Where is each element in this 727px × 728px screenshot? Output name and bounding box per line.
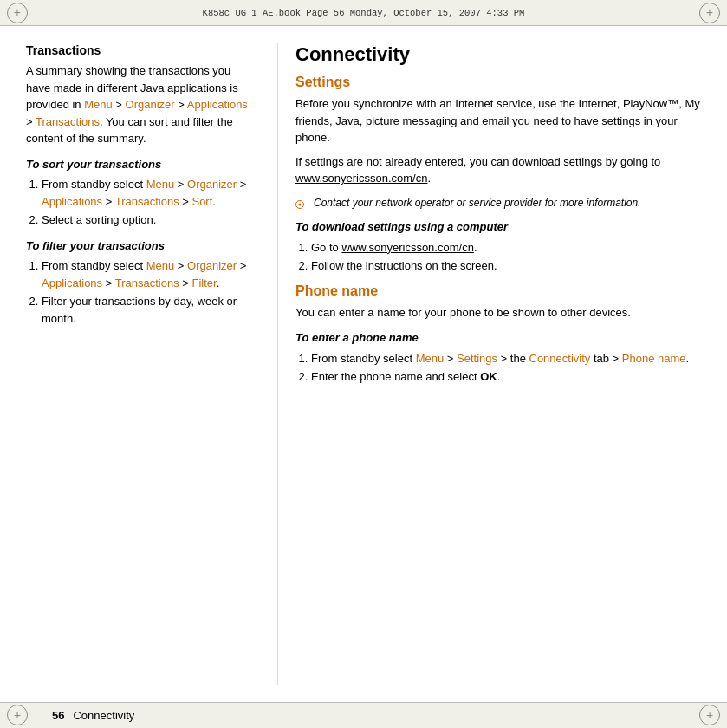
organizer-link-sort: Organizer bbox=[187, 178, 237, 191]
settings-link-phone: Settings bbox=[457, 352, 497, 365]
filter-step-1: From standby select Menu > Organizer > A… bbox=[42, 257, 251, 291]
transactions-intro: A summary showing the transactions you h… bbox=[26, 62, 251, 147]
ok-text: OK bbox=[480, 370, 497, 383]
left-column: Transactions A summary showing the trans… bbox=[26, 43, 277, 685]
connectivity-link-phone: Connectivity bbox=[529, 352, 591, 365]
filter-heading: To filter your transactions bbox=[26, 237, 251, 255]
phone-name-step-1: From standby select Menu > Settings > th… bbox=[311, 350, 701, 367]
transactions-link-filter: Transactions bbox=[115, 276, 179, 289]
tip-icon bbox=[295, 200, 304, 209]
phone-name-link: Phone name bbox=[622, 352, 686, 365]
organizer-link-filter: Organizer bbox=[187, 259, 237, 272]
phone-name-title: Phone name bbox=[295, 283, 701, 299]
sort-heading: To sort your transactions bbox=[26, 156, 251, 173]
right-column: Connectivity Settings Before you synchro… bbox=[277, 43, 701, 685]
page-number: 56 bbox=[52, 709, 64, 722]
main-content: Transactions A summary showing the trans… bbox=[0, 26, 727, 702]
menu-link-filter: Menu bbox=[146, 259, 175, 272]
settings-note-text: If settings are not already entered, you… bbox=[295, 153, 701, 187]
sort-step-1: From standby select Menu > Organizer > A… bbox=[42, 176, 251, 210]
connectivity-title: Connectivity bbox=[295, 43, 701, 66]
sort-link: Sort bbox=[191, 195, 212, 208]
footer-bar: 56 Connectivity bbox=[0, 702, 727, 728]
corner-mark-tl bbox=[7, 3, 28, 23]
corner-mark-tr bbox=[699, 3, 720, 23]
corner-mark-bl bbox=[7, 705, 28, 725]
footer-content: 56 Connectivity bbox=[52, 709, 134, 722]
website-link-2: www.sonyericsson.com/cn bbox=[341, 241, 473, 254]
download-step-1: Go to www.sonyericsson.com/cn. bbox=[311, 239, 701, 257]
transactions-title: Transactions bbox=[26, 43, 251, 57]
download-heading: To download settings using a computer bbox=[295, 218, 701, 236]
transactions-link-1: Transactions bbox=[36, 115, 100, 128]
website-link: www.sonyericsson.com/cn bbox=[295, 172, 427, 185]
footer-section: Connectivity bbox=[73, 709, 134, 722]
transactions-link-sort: Transactions bbox=[115, 195, 179, 208]
phone-name-intro: You can enter a name for your phone to b… bbox=[295, 304, 701, 322]
filter-steps-list: From standby select Menu > Organizer > A… bbox=[42, 257, 251, 327]
tip-box: Contact your network operator or service… bbox=[295, 196, 701, 211]
header-bar: K858c_UG_1_AE.book Page 56 Monday, Octob… bbox=[0, 0, 727, 26]
header-text: K858c_UG_1_AE.book Page 56 Monday, Octob… bbox=[203, 8, 525, 18]
sort-steps-list: From standby select Menu > Organizer > A… bbox=[42, 176, 251, 229]
sort-step-2: Select a sorting option. bbox=[42, 211, 251, 229]
download-steps-list: Go to www.sonyericsson.com/cn. Follow th… bbox=[311, 239, 701, 275]
corner-mark-br bbox=[699, 705, 720, 725]
filter-step-2: Filter your transactions by day, week or… bbox=[42, 293, 251, 327]
download-step-2: Follow the instructions on the screen. bbox=[311, 257, 701, 275]
menu-link-phone: Menu bbox=[416, 352, 445, 365]
enter-phone-name-steps: From standby select Menu > Settings > th… bbox=[311, 350, 701, 386]
applications-link-filter: Applications bbox=[42, 276, 102, 289]
menu-link-sort: Menu bbox=[146, 178, 175, 191]
phone-name-step-2: Enter the phone name and select OK. bbox=[311, 368, 701, 386]
organizer-link-1: Organizer bbox=[126, 98, 175, 111]
settings-title: Settings bbox=[295, 75, 701, 90]
applications-link-sort: Applications bbox=[42, 195, 102, 208]
enter-phone-name-heading: To enter a phone name bbox=[295, 329, 701, 347]
tip-text: Contact your network operator or service… bbox=[314, 196, 641, 211]
settings-intro-text: Before you synchronize with an Internet … bbox=[295, 95, 701, 146]
menu-link-1: Menu bbox=[84, 98, 113, 111]
filter-link: Filter bbox=[191, 276, 216, 289]
applications-link-1: Applications bbox=[187, 98, 248, 111]
